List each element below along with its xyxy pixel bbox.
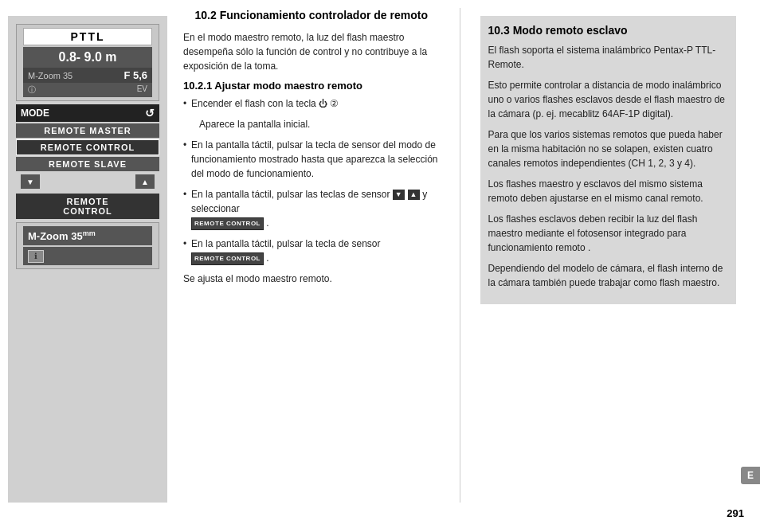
subsection-10-2-1-title: 10.2.1 Ajustar modo maestro remoto — [183, 80, 440, 92]
menu-item-remote-master[interactable]: REMOTE MASTER — [16, 123, 159, 138]
ev-label: EV — [137, 84, 147, 96]
distance-display: 0.8- 9.0 m — [23, 47, 152, 68]
device-screen-top: PTTL 0.8- 9.0 m M-Zoom 35 F 5,6 ⓘ EV — [16, 24, 159, 101]
info-icon-row: ℹ — [23, 247, 152, 265]
page-container: PTTL 0.8- 9.0 m M-Zoom 35 F 5,6 ⓘ EV MOD… — [0, 0, 760, 532]
bullet-item-4: En la pantalla táctil, pulsar la tecla d… — [183, 237, 440, 265]
para-3: Para que los varios sistemas remotos que… — [488, 127, 729, 170]
remote-control-badge-2: REMOTE CONTROL — [191, 252, 264, 265]
para-5: Los flashes esclavos deben recibir la lu… — [488, 212, 729, 255]
menu-item-remote-slave[interactable]: REMOTE SLAVE — [16, 157, 159, 171]
para-6: Dependiendo del modelo de cámara, el fla… — [488, 261, 729, 290]
pttl-label: PTTL — [23, 28, 152, 45]
main-content: PTTL 0.8- 9.0 m M-Zoom 35 F 5,6 ⓘ EV MOD… — [0, 8, 760, 503]
section-10-2-column: 10.2 Funcionamiento controlador de remot… — [167, 8, 456, 503]
section-10-3-column: 10.3 Modo remoto esclavo El flash soport… — [464, 8, 753, 503]
page-footer: 291 — [0, 503, 760, 524]
menu-items: REMOTE MASTER REMOTE CONTROL REMOTE SLAV… — [16, 123, 159, 171]
section-10-2-intro: En el modo maestro remoto, la luz del fl… — [183, 30, 440, 73]
bottom-zoom-display: M-Zoom 35mm — [23, 226, 152, 245]
bullet-item-3: En la pantalla táctil, pulsar las teclas… — [183, 187, 440, 230]
arrow-down-inline-icon: ▼ — [393, 190, 405, 201]
section-10-3-content: 10.3 Modo remoto esclavo El flash soport… — [480, 16, 737, 304]
remote-label-line2: CONTROL — [16, 206, 159, 216]
e-badge: E — [741, 467, 760, 484]
device-screen-bottom: M-Zoom 35mm ℹ — [16, 222, 159, 269]
arrow-up-button[interactable]: ▲ — [135, 174, 155, 189]
bullet-item-1: Encender el flash con la tecla ⏻ ② — [183, 96, 440, 111]
para-2: Esto permite controlar a distancia de mo… — [488, 78, 729, 121]
conclusion-text: Se ajusta el modo maestro remoto. — [183, 272, 440, 286]
menu-item-remote-control[interactable]: REMOTE CONTROL — [16, 139, 159, 155]
appears-text: Aparece la pantalla inicial. — [183, 117, 440, 131]
info-row: ⓘ EV — [23, 83, 152, 97]
arrows-row: ▼ ▲ — [16, 173, 159, 190]
bullet-item-2: En la pantalla táctil, pulsar la tecla d… — [183, 138, 440, 181]
mode-bar: MODE ↺ — [16, 104, 159, 122]
fstop-label: F 5,6 — [123, 69, 147, 81]
power-icon: ⏻ — [319, 97, 327, 111]
device-illustration: PTTL 0.8- 9.0 m M-Zoom 35 F 5,6 ⓘ EV MOD… — [8, 16, 167, 503]
para-4: Los flashes maestro y esclavos del mismo… — [488, 177, 729, 205]
remote-control-badge-1: REMOTE CONTROL — [191, 217, 264, 230]
zoom-row: M-Zoom 35 F 5,6 — [23, 68, 152, 83]
column-divider — [460, 8, 460, 503]
para-1: El flash soporta el sistema inalámbrico … — [488, 43, 729, 72]
arrow-up-inline-icon: ▲ — [408, 190, 420, 201]
info-icon-box[interactable]: ℹ — [28, 250, 44, 263]
arrow-down-button[interactable]: ▼ — [21, 174, 40, 189]
remote-label-line1: REMOTE — [16, 197, 159, 206]
left-column: PTTL 0.8- 9.0 m M-Zoom 35 F 5,6 ⓘ EV MOD… — [8, 8, 167, 503]
remote-control-bar: REMOTE CONTROL — [16, 194, 159, 219]
info-circle: ⓘ — [28, 84, 36, 96]
mode-label: MODE — [21, 108, 49, 119]
page-number: 291 — [727, 507, 744, 519]
section-10-2-title: 10.2 Funcionamiento controlador de remot… — [183, 8, 440, 24]
section-10-3-title: 10.3 Modo remoto esclavo — [488, 24, 729, 37]
zoom-label: M-Zoom 35 — [28, 71, 72, 80]
back-icon: ↺ — [145, 107, 155, 119]
